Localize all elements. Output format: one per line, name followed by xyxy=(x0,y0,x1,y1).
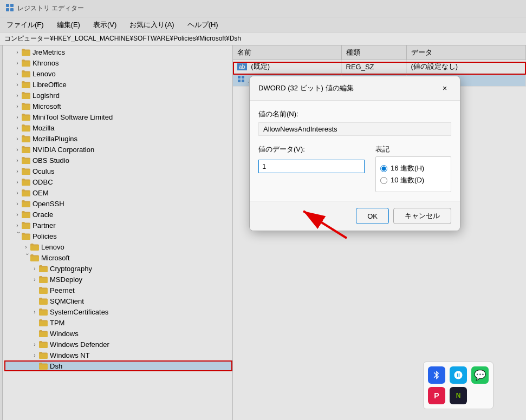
dialog-right: 表記 16 進数(H) 10 進数(D) xyxy=(375,145,451,192)
radio-hex-input[interactable] xyxy=(380,165,387,172)
taskbar-row-2: P N xyxy=(428,387,489,404)
dialog-buttons: OK キャンセル xyxy=(250,201,460,231)
dialog-left: 値のデータ(V): xyxy=(258,145,365,173)
dialog-title: DWORD (32 ビット) 値の編集 xyxy=(258,83,354,93)
dword-edit-dialog: DWORD (32 ビット) 値の編集 × 値の名前(N): AllowNews… xyxy=(249,76,460,231)
dialog-title-bar: DWORD (32 ビット) 値の編集 × xyxy=(250,76,460,101)
value-data-label: 値のデータ(V): xyxy=(258,145,365,154)
radio-dec-input[interactable] xyxy=(380,177,387,184)
format-label: 表記 xyxy=(375,145,451,154)
dialog-close-button[interactable]: × xyxy=(438,82,451,95)
wechat-icon[interactable]: 💬 xyxy=(471,366,489,384)
value-data-input[interactable] xyxy=(258,160,365,173)
ok-button[interactable]: OK xyxy=(356,208,389,224)
radio-dec[interactable]: 10 進数(D) xyxy=(380,175,446,185)
cancel-button[interactable]: キャンセル xyxy=(393,208,451,224)
patreon-icon[interactable]: P xyxy=(428,387,445,404)
dialog-overlay: DWORD (32 ビット) 値の編集 × 値の名前(N): AllowNews… xyxy=(0,0,526,420)
taskbar-row-1: 💬 xyxy=(428,366,489,384)
dialog-body: 値の名前(N): AllowNewsAndInterests 値のデータ(V):… xyxy=(250,101,460,201)
dialog-fields-row: 値のデータ(V): 表記 16 進数(H) 10 進数(D) xyxy=(258,145,451,192)
radio-hex[interactable]: 16 進数(H) xyxy=(380,163,446,173)
radio-dec-label: 10 進数(D) xyxy=(391,175,424,185)
taskbar-overlay: 💬 P N xyxy=(423,362,493,409)
bluetooth-icon[interactable] xyxy=(428,366,445,384)
nvidia-taskbar-icon[interactable]: N xyxy=(450,387,467,404)
value-name-label: 値の名前(N): xyxy=(258,109,451,119)
value-name-display: AllowNewsAndInterests xyxy=(258,122,451,136)
format-radio-group: 16 進数(H) 10 進数(D) xyxy=(375,156,451,192)
edge-icon[interactable] xyxy=(450,366,467,384)
radio-hex-label: 16 進数(H) xyxy=(391,163,424,173)
